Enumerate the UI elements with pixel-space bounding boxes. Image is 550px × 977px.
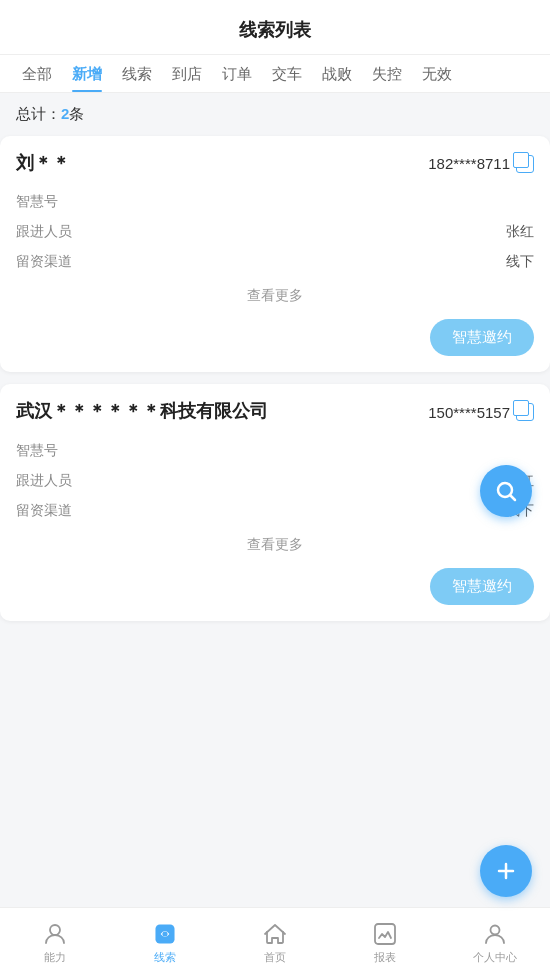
- card2-invite-btn[interactable]: 智慧邀约: [430, 568, 534, 605]
- bottom-nav: 能力 线索 首页 报表: [0, 907, 550, 977]
- nav-clue[interactable]: 线索: [110, 921, 220, 965]
- count-prefix: 总计：: [16, 105, 61, 122]
- tab-all[interactable]: 全部: [12, 55, 62, 92]
- profile-icon: [482, 921, 508, 947]
- fab-search-button[interactable]: [480, 465, 532, 517]
- card2-header: 武汉＊＊＊＊＊＊科技有限公司 150****5157: [16, 400, 534, 423]
- card1-follower-row: 跟进人员 张红: [16, 217, 534, 247]
- card1-actions: 智慧邀约: [16, 319, 534, 356]
- card2-name: 武汉＊＊＊＊＊＊科技有限公司: [16, 400, 268, 423]
- card1-name: 刘＊＊: [16, 152, 70, 175]
- card1-header: 刘＊＊ 182****8711: [16, 152, 534, 175]
- card1-channel-label: 留资渠道: [16, 253, 72, 271]
- card2-follower-label: 跟进人员: [16, 472, 72, 490]
- card2-wisdom-label: 智慧号: [16, 442, 58, 460]
- report-icon: [372, 921, 398, 947]
- tab-new[interactable]: 新增: [62, 55, 112, 92]
- card1-channel-value: 线下: [506, 253, 534, 271]
- clue-card-1: 刘＊＊ 182****8711 智慧号 跟进人员 张红 留资渠道 线下 查看更多…: [0, 136, 550, 372]
- count-suffix: 条: [69, 105, 84, 122]
- svg-rect-7: [375, 924, 395, 944]
- clue-card-2: 武汉＊＊＊＊＊＊科技有限公司 150****5157 智慧号 跟进人员 张红 留…: [0, 384, 550, 620]
- tab-lost[interactable]: 失控: [362, 55, 412, 92]
- tab-store[interactable]: 到店: [162, 55, 212, 92]
- card1-follower-value: 张红: [506, 223, 534, 241]
- card1-more[interactable]: 查看更多: [16, 277, 534, 309]
- card1-follower-label: 跟进人员: [16, 223, 72, 241]
- card1-wisdom-row: 智慧号: [16, 187, 534, 217]
- nav-report[interactable]: 报表: [330, 921, 440, 965]
- search-icon: [494, 479, 518, 503]
- card1-phone: 182****8711: [428, 155, 510, 172]
- tab-handover[interactable]: 交车: [262, 55, 312, 92]
- fab-add-button[interactable]: [480, 845, 532, 897]
- count-bar: 总计：2条: [0, 93, 550, 136]
- clue-icon: [152, 921, 178, 947]
- tab-clue[interactable]: 线索: [112, 55, 162, 92]
- svg-point-6: [162, 931, 167, 936]
- add-icon: [494, 859, 518, 883]
- card2-more[interactable]: 查看更多: [16, 526, 534, 558]
- copy-icon-2[interactable]: [516, 403, 534, 421]
- nav-profile-label: 个人中心: [473, 950, 517, 965]
- card1-phone-wrap: 182****8711: [428, 155, 534, 173]
- tab-order[interactable]: 订单: [212, 55, 262, 92]
- tabs-bar: 全部 新增 线索 到店 订单 交车 战败 失控 无效: [0, 55, 550, 93]
- card2-wisdom-row: 智慧号: [16, 436, 534, 466]
- card2-phone: 150****5157: [428, 404, 510, 421]
- nav-home-label: 首页: [264, 950, 286, 965]
- tab-defeat[interactable]: 战败: [312, 55, 362, 92]
- card2-channel-label: 留资渠道: [16, 502, 72, 520]
- nav-home[interactable]: 首页: [220, 921, 330, 965]
- card2-phone-wrap: 150****5157: [428, 403, 534, 421]
- page-title: 线索列表: [239, 20, 311, 40]
- tab-invalid[interactable]: 无效: [412, 55, 462, 92]
- card1-invite-btn[interactable]: 智慧邀约: [430, 319, 534, 356]
- card1-channel-row: 留资渠道 线下: [16, 247, 534, 277]
- card1-wisdom-label: 智慧号: [16, 193, 58, 211]
- svg-point-8: [491, 925, 500, 934]
- cards-area: 刘＊＊ 182****8711 智慧号 跟进人员 张红 留资渠道 线下 查看更多…: [0, 136, 550, 713]
- nav-ability-label: 能力: [44, 950, 66, 965]
- nav-clue-label: 线索: [154, 950, 176, 965]
- nav-profile[interactable]: 个人中心: [440, 921, 550, 965]
- svg-line-1: [511, 496, 516, 501]
- card2-follower-row: 跟进人员 张红: [16, 466, 534, 496]
- nav-report-label: 报表: [374, 950, 396, 965]
- card2-actions: 智慧邀约: [16, 568, 534, 605]
- nav-ability[interactable]: 能力: [0, 921, 110, 965]
- page-header: 线索列表: [0, 0, 550, 55]
- card2-channel-row: 留资渠道 线下: [16, 496, 534, 526]
- ability-icon: [42, 921, 68, 947]
- svg-point-4: [50, 925, 60, 935]
- copy-icon-1[interactable]: [516, 155, 534, 173]
- home-icon: [262, 921, 288, 947]
